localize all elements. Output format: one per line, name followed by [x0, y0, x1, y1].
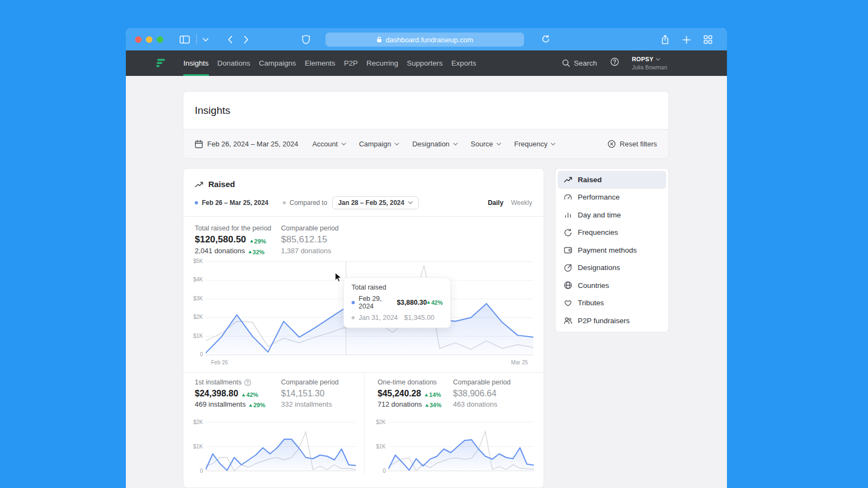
- sidebar-item-raised[interactable]: Raised: [558, 171, 666, 189]
- chart-plot-area[interactable]: Total raised Feb 29, 2024 $3,880.30 42%: [206, 261, 533, 358]
- comparable-period-label: Comparable period: [281, 223, 339, 233]
- filter-designation[interactable]: Designation: [412, 140, 458, 148]
- onetime-label: One-time donations: [378, 378, 453, 387]
- wallet-icon: [564, 246, 572, 254]
- sidebar-item-tributes[interactable]: Tributes: [558, 294, 666, 312]
- org-name: ROPSY: [632, 56, 654, 63]
- privacy-shield-icon[interactable]: [302, 35, 310, 44]
- onetime-chart[interactable]: $2K$1K0: [378, 422, 544, 474]
- y-tick-label: $1K: [193, 444, 203, 450]
- date-range-filter[interactable]: Feb 26, 2024 – Mar 25, 2024: [195, 140, 298, 149]
- tab-overview-icon[interactable]: [704, 35, 712, 44]
- y-tick-label: $1K: [193, 333, 203, 339]
- filter-frequency[interactable]: Frequency: [514, 140, 556, 148]
- people-icon: [564, 317, 572, 325]
- share-icon[interactable]: [661, 35, 669, 44]
- chart-plot-area[interactable]: [206, 422, 356, 474]
- chart-plot-area[interactable]: [388, 422, 534, 474]
- help-circle-icon[interactable]: [244, 379, 251, 386]
- trend-up-icon: [564, 176, 572, 183]
- insights-sidebar: Raised Performance Day and time Fre: [555, 168, 669, 332]
- y-tick-label: $5K: [193, 258, 203, 264]
- reset-filters-button[interactable]: Reset filters: [608, 140, 657, 148]
- nav-item-supporters[interactable]: Supporters: [403, 50, 447, 76]
- forward-button[interactable]: [244, 35, 249, 44]
- calendar-icon: [195, 140, 203, 149]
- sidebar-item-day-and-time[interactable]: Day and time: [558, 206, 666, 224]
- total-raised-value: $120,580.50: [195, 234, 246, 245]
- address-bar[interactable]: dashboard.fundraiseup.com: [326, 33, 524, 47]
- sidebar-item-payment-methods[interactable]: Payment methods: [558, 241, 666, 259]
- first-installments-section: 1st installments $24,398.80 42%: [183, 373, 364, 474]
- filter-campaign[interactable]: Campaign: [359, 140, 399, 148]
- donations-count: 2,041 donations: [195, 247, 245, 255]
- y-axis-labels: $5K$4K$3K$2K$1K0: [195, 261, 206, 358]
- y-tick-label: $2K: [193, 419, 203, 425]
- chevron-down-icon: [551, 143, 556, 146]
- compare-period-dot: [352, 316, 355, 319]
- nav-item-elements[interactable]: Elements: [301, 50, 340, 76]
- nav-item-insights[interactable]: Insights: [179, 50, 213, 76]
- y-tick-label: 0: [200, 351, 203, 357]
- chart-svg[interactable]: [388, 422, 534, 472]
- sidebar-item-frequencies[interactable]: Frequencies: [558, 224, 666, 242]
- nav-item-exports[interactable]: Exports: [447, 50, 481, 76]
- reload-icon[interactable]: [541, 35, 550, 43]
- close-window-button[interactable]: [135, 36, 142, 43]
- page-title: Insights: [195, 105, 230, 117]
- sidebar-item-performance[interactable]: Performance: [558, 189, 666, 207]
- current-period-dot: [352, 301, 355, 304]
- chevron-down-icon: [341, 143, 346, 146]
- sidebar-item-p2p-fundraisers[interactable]: P2P fundraisers: [558, 312, 666, 330]
- y-axis-labels: $2K$1K0: [195, 422, 206, 474]
- chart-tooltip: Total raised Feb 29, 2024 $3,880.30 42%: [343, 277, 451, 328]
- granularity-weekly[interactable]: Weekly: [511, 199, 532, 207]
- search-button[interactable]: Search: [562, 59, 597, 67]
- y-tick-label: $2K: [193, 314, 203, 320]
- chevron-down-icon[interactable]: [202, 37, 209, 42]
- change-badge: 14%: [425, 391, 441, 398]
- up-arrow-icon: [242, 394, 245, 396]
- y-tick-label: $1K: [376, 444, 386, 450]
- filter-account[interactable]: Account: [312, 140, 346, 148]
- sidebar-item-countries[interactable]: Countries: [558, 277, 666, 294]
- account-menu[interactable]: ROPSY Julia Bowman: [632, 56, 667, 70]
- comparable-donations: 1,387 donations: [281, 247, 339, 255]
- chevron-down-icon: [496, 143, 501, 146]
- total-raised-chart[interactable]: $5K$4K$3K$2K$1K0 Total raised Feb 29, 20…: [183, 261, 544, 358]
- refresh-icon: [564, 228, 572, 237]
- raised-card: Raised Feb 26 – Mar 25, 2024 Compared to: [183, 168, 544, 488]
- onetime-value: $45,240.28: [378, 389, 421, 399]
- comparable-count: 332 installments: [281, 400, 339, 408]
- filter-source[interactable]: Source: [471, 140, 501, 148]
- change-badge: 42%: [242, 391, 258, 398]
- nav-item-donations[interactable]: Donations: [213, 50, 255, 76]
- back-button[interactable]: [227, 35, 233, 44]
- change-badge: 29%: [250, 238, 266, 245]
- onetime-count: 712 donations: [378, 400, 422, 408]
- lock-icon: [376, 36, 382, 43]
- minimize-window-button[interactable]: [146, 36, 152, 43]
- nav-item-campaigns[interactable]: Campaigns: [254, 50, 300, 76]
- chart-svg[interactable]: [206, 422, 356, 472]
- compare-period-select[interactable]: Jan 28 – Feb 25, 2024: [332, 196, 419, 209]
- comparable-value: $38,906.64: [453, 389, 510, 399]
- sidebar-item-designations[interactable]: Designations: [558, 259, 666, 277]
- fundraiseup-logo[interactable]: [156, 59, 166, 68]
- comparable-count: 463 donations: [453, 400, 510, 408]
- tooltip-value: $3,880.30: [397, 299, 427, 306]
- y-tick-label: $4K: [193, 277, 203, 282]
- reset-icon: [608, 140, 616, 148]
- nav-item-p2p[interactable]: P2P: [340, 50, 362, 76]
- new-tab-icon[interactable]: [682, 35, 691, 44]
- installments-count: 469 installments: [195, 400, 246, 408]
- nav-item-recurring[interactable]: Recurring: [362, 50, 403, 76]
- up-arrow-icon: [425, 394, 428, 396]
- comparable-value: $14,151.30: [281, 389, 339, 399]
- compare-period-dot: [283, 201, 286, 204]
- help-icon[interactable]: [610, 57, 619, 68]
- zoom-window-button[interactable]: [157, 36, 163, 43]
- installments-chart[interactable]: $2K$1K0: [195, 422, 364, 474]
- sidebar-toggle-icon[interactable]: [180, 35, 190, 44]
- granularity-daily[interactable]: Daily: [488, 199, 503, 207]
